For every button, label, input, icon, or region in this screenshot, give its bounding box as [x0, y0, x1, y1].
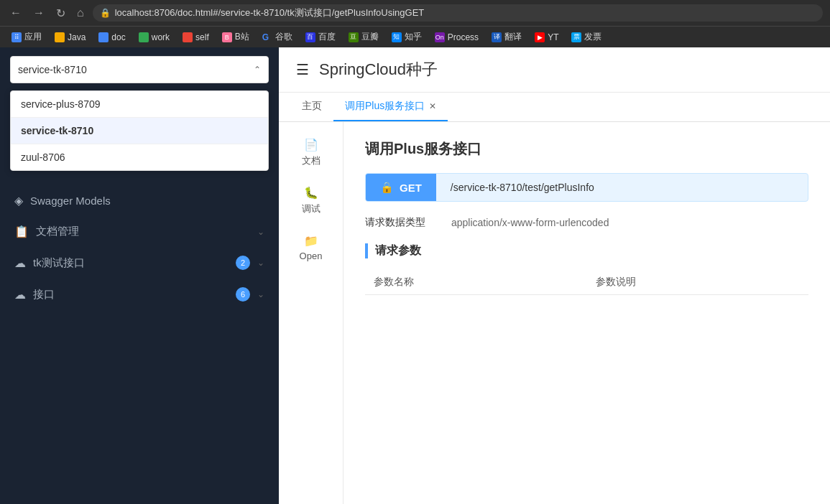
tab-home-label: 主页 — [302, 100, 322, 113]
bookmark-doc-label: doc — [111, 32, 125, 42]
lock-method-icon: 🔒 — [380, 181, 394, 194]
bookmark-translate-label: 翻译 — [504, 31, 522, 43]
doc-icon — [98, 32, 109, 42]
app-header: ☰ SpringCloud种子 — [279, 47, 830, 93]
tab-home[interactable]: 主页 — [290, 93, 333, 121]
bookmark-translate[interactable]: 译 翻译 — [486, 29, 527, 45]
bookmark-yt[interactable]: ▶ YT — [529, 31, 564, 44]
sidebar: ⌃ service-plus-8709 service-tk-8710 zuul… — [0, 47, 279, 504]
sub-item-debug-label: 调试 — [302, 202, 321, 215]
bookmark-process-label: Process — [448, 32, 479, 42]
sidebar-item-tk-label: tk测试接口 — [33, 256, 229, 270]
request-type-row: 请求数据类型 application/x-www-form-urlencoded — [365, 216, 808, 229]
bookmark-bili[interactable]: B B站 — [216, 29, 255, 45]
bookmark-process[interactable]: On Process — [429, 31, 484, 44]
sub-item-doc-label: 文档 — [302, 154, 321, 167]
reload-button[interactable]: ↻ — [53, 4, 68, 23]
home-button[interactable]: ⌂ — [74, 4, 87, 22]
back-button[interactable]: ← — [7, 4, 24, 22]
dropdown-item-1[interactable]: service-tk-8710 — [11, 118, 268, 144]
method-label: GET — [400, 182, 422, 194]
swagger-icon: ◈ — [14, 194, 23, 207]
baidu-icon: 百 — [305, 32, 315, 42]
bookmark-google[interactable]: G 谷歌 — [257, 29, 298, 45]
request-type-value: application/x-www-form-urlencoded — [451, 217, 609, 228]
params-col-name: 参数名称 — [365, 270, 587, 295]
params-table: 参数名称 参数说明 — [365, 270, 808, 295]
tk-badge: 2 — [236, 256, 250, 270]
forward-button[interactable]: → — [30, 4, 47, 22]
search-input-wrapper: ⌃ — [10, 56, 269, 83]
java-icon — [55, 32, 65, 42]
bookmark-java[interactable]: Java — [49, 31, 91, 44]
dropdown-item-2[interactable]: zuul-8706 — [11, 144, 268, 170]
open-icon: 📁 — [304, 234, 318, 248]
tabs-bar: 主页 调用Plus服务接口 ✕ — [279, 93, 830, 122]
bookmark-baidu[interactable]: 百 百度 — [300, 29, 341, 45]
bookmark-self-label: self — [195, 32, 209, 42]
sub-sidebar: 📄 文档 🐛 调试 📁 Open — [279, 122, 343, 504]
method-block: 🔒 GET /service-tk-8710/test/getPlusInfo — [365, 173, 808, 202]
sub-item-open[interactable]: 📁 Open — [279, 225, 343, 270]
bookmark-apps-label: 应用 — [24, 31, 42, 43]
close-tab-icon[interactable]: ✕ — [429, 101, 436, 111]
sidebar-nav: ◈ Swagger Models 📋 文档管理 ⌄ ☁ tk测试接口 2 ⌄ ☁… — [0, 178, 279, 317]
self-icon — [183, 32, 193, 42]
bookmark-apps[interactable]: ⠿ 应用 — [6, 29, 47, 45]
menu-icon[interactable]: ☰ — [296, 61, 309, 78]
tab-plus-service[interactable]: 调用Plus服务接口 ✕ — [333, 93, 448, 121]
zhihu-icon: 知 — [392, 32, 402, 42]
tk-chevron-icon: ⌄ — [257, 258, 264, 268]
chevron-up-icon[interactable]: ⌃ — [254, 65, 261, 75]
lock-icon: 🔒 — [100, 8, 111, 18]
interface-icon: ☁ — [14, 288, 26, 302]
docmgmt-icon: 📋 — [14, 225, 29, 238]
bili-icon: B — [222, 32, 232, 42]
bookmark-work-label: work — [152, 32, 170, 42]
address-bar[interactable]: 🔒 localhost:8706/doc.html#/service-tk-87… — [93, 4, 823, 22]
bookmark-douban[interactable]: 豆 豆瓣 — [343, 29, 384, 45]
bookmark-self[interactable]: self — [177, 31, 215, 44]
interface-badge: 6 — [236, 287, 250, 302]
translate-icon: 译 — [492, 32, 502, 42]
bookmark-douban-label: 豆瓣 — [361, 31, 379, 43]
bookmark-yt-label: YT — [548, 32, 558, 42]
params-col-desc: 参数说明 — [587, 270, 809, 295]
bookmark-work[interactable]: work — [133, 31, 175, 44]
bookmark-invoice-label: 发票 — [584, 31, 601, 43]
request-type-label: 请求数据类型 — [365, 216, 437, 229]
bookmarks-bar: ⠿ 应用 Java doc work self B B站 G 谷歌 百 百度 豆… — [0, 26, 830, 47]
ms-icon: 票 — [571, 32, 581, 42]
sidebar-item-docmgmt-label: 文档管理 — [36, 225, 250, 238]
sub-item-doc[interactable]: 📄 文档 — [279, 129, 343, 176]
sidebar-item-docmgmt[interactable]: 📋 文档管理 ⌄ — [0, 216, 279, 247]
params-section: 请求参数 参数名称 参数说明 — [365, 243, 808, 295]
bookmark-zhihu-label: 知乎 — [405, 31, 422, 43]
bookmark-doc[interactable]: doc — [93, 31, 131, 44]
bookmark-java-label: Java — [68, 32, 86, 42]
bookmark-bili-label: B站 — [235, 31, 249, 43]
chevron-down-icon: ⌄ — [257, 227, 264, 237]
douban-icon: 豆 — [349, 32, 359, 42]
main-layout: ⌃ service-plus-8709 service-tk-8710 zuul… — [0, 47, 830, 504]
sidebar-item-swagger[interactable]: ◈ Swagger Models — [0, 185, 279, 216]
sub-layout: 📄 文档 🐛 调试 📁 Open 调用Plus服务接口 🔒 — [279, 122, 830, 504]
bookmark-zhihu[interactable]: 知 知乎 — [386, 29, 428, 45]
content-area: ☰ SpringCloud种子 主页 调用Plus服务接口 ✕ 📄 文档 � — [279, 47, 830, 504]
bookmark-invoice[interactable]: 票 发票 — [566, 29, 607, 45]
dropdown-list: service-plus-8709 service-tk-8710 zuul-8… — [10, 90, 269, 171]
tab-plus-label: 调用Plus服务接口 — [345, 100, 425, 113]
sidebar-item-tk[interactable]: ☁ tk测试接口 2 ⌄ — [0, 247, 279, 279]
url-text: localhost:8706/doc.html#/service-tk-8710… — [115, 6, 425, 19]
sidebar-item-interface[interactable]: ☁ 接口 6 ⌄ — [0, 279, 279, 310]
dropdown-item-0[interactable]: service-plus-8709 — [11, 91, 268, 118]
process-icon: On — [435, 32, 445, 42]
search-input[interactable] — [18, 64, 254, 75]
apps-icon: ⠿ — [11, 32, 22, 42]
sub-item-open-label: Open — [300, 251, 323, 261]
sub-item-debug[interactable]: 🐛 调试 — [279, 177, 343, 224]
yt-icon: ▶ — [535, 32, 545, 42]
debug-icon: 🐛 — [304, 186, 318, 200]
method-path: /service-tk-8710/test/getPlusInfo — [436, 174, 609, 200]
method-badge: 🔒 GET — [366, 174, 436, 201]
